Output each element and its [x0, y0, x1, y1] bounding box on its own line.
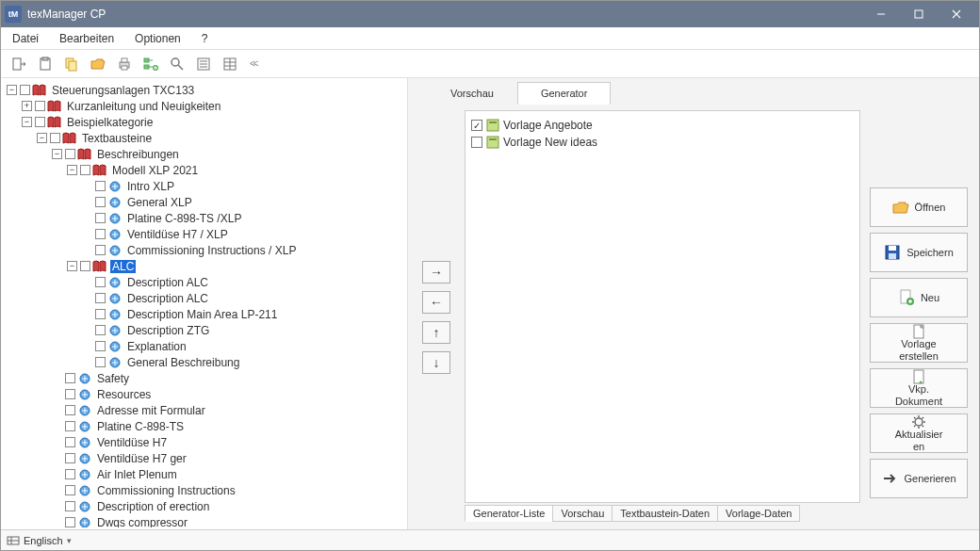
node-checkbox[interactable] [65, 421, 75, 431]
node-checkbox[interactable] [65, 437, 75, 447]
create-template-button[interactable]: Vorlage erstellen [870, 323, 968, 363]
expander-icon[interactable]: − [67, 261, 77, 271]
tree-node[interactable]: Dwgs compressor [7, 514, 401, 527]
node-checkbox[interactable] [95, 277, 106, 287]
node-checkbox[interactable] [65, 453, 75, 463]
tree-node[interactable]: Air Inlet Plenum [7, 466, 401, 482]
node-label[interactable]: Description ALC [125, 292, 210, 305]
node-checkbox[interactable] [95, 309, 106, 319]
node-label[interactable]: Ventildüse H7 ger [95, 452, 188, 465]
expander-icon[interactable]: − [7, 85, 17, 95]
node-checkbox[interactable] [65, 517, 75, 527]
node-label[interactable]: Modell XLP 2021 [110, 164, 200, 177]
item-checkbox[interactable] [471, 137, 482, 148]
refresh-button[interactable]: Aktualisier en [870, 413, 968, 453]
nav-tree[interactable]: −Steuerungsanlagen TXC133+Kurzanleitung … [3, 80, 405, 527]
node-checkbox[interactable] [80, 261, 90, 271]
node-label[interactable]: Safety [95, 372, 131, 385]
generate-button[interactable]: Generieren [870, 459, 968, 498]
node-checkbox[interactable] [65, 485, 75, 495]
node-checkbox[interactable] [95, 341, 106, 351]
node-checkbox[interactable] [50, 133, 60, 143]
node-label[interactable]: Description of erection [95, 500, 211, 513]
tree-node[interactable]: Description Main Area LP-211 [7, 306, 401, 322]
node-label[interactable]: Platine C-898-TS /XLP [125, 212, 243, 225]
node-checkbox[interactable] [95, 325, 106, 335]
node-label[interactable]: Ventildüse H7 / XLP [125, 228, 230, 241]
node-label[interactable]: Resources [95, 388, 153, 401]
menu-bearbeiten[interactable]: Bearbeiten [56, 30, 118, 47]
node-label[interactable]: Commissioning Instructions [95, 484, 237, 497]
node-label[interactable]: Adresse mit Formular [95, 404, 207, 417]
btab-vorschau[interactable]: Vorschau [552, 505, 612, 522]
node-label[interactable]: Ventildüse H7 [95, 436, 169, 449]
tree-node[interactable]: Platine C-898-TS /XLP [7, 210, 401, 226]
node-label[interactable]: Intro XLP [125, 180, 176, 193]
node-label[interactable]: Description Main Area LP-211 [125, 308, 279, 321]
tree-node[interactable]: −Modell XLP 2021 [7, 162, 401, 178]
tree-node[interactable]: Resources [7, 386, 401, 402]
node-label[interactable]: Beispielkategorie [65, 116, 155, 129]
expander-icon[interactable]: − [67, 165, 77, 175]
tree-node[interactable]: Adresse mit Formular [7, 402, 401, 418]
tree-node[interactable]: Description ZTG [7, 322, 401, 338]
tree-node[interactable]: Description ALC [7, 274, 401, 290]
node-label[interactable]: Platine C-898-TS [95, 420, 186, 433]
node-label[interactable]: Description ZTG [125, 324, 211, 337]
node-checkbox[interactable] [95, 213, 106, 223]
tree-node[interactable]: Ventildüse H7 ger [7, 450, 401, 466]
menu-optionen[interactable]: Optionen [131, 30, 185, 47]
minimize-button[interactable] [862, 1, 900, 27]
tree-node[interactable]: General XLP [7, 194, 401, 210]
tree-add-icon[interactable] [140, 54, 161, 74]
tree-node[interactable]: +Kurzanleitung und Neuigkeiten [7, 98, 401, 114]
node-label[interactable]: Commissioning Instructions / XLP [125, 244, 298, 257]
menu-help[interactable]: ? [198, 30, 212, 47]
move-right-button[interactable]: → [422, 261, 450, 284]
open-button[interactable]: Öffnen [870, 187, 968, 227]
tree-node[interactable]: Ventildüse H7 [7, 434, 401, 450]
tree-node[interactable]: Description of erection [7, 498, 401, 514]
node-label[interactable]: General XLP [125, 196, 194, 209]
node-checkbox[interactable] [20, 85, 30, 95]
tree-node[interactable]: Platine C-898-TS [7, 418, 401, 434]
node-checkbox[interactable] [95, 181, 106, 191]
tree-node[interactable]: Commissioning Instructions / XLP [7, 242, 401, 258]
node-label[interactable]: Description ALC [125, 276, 210, 289]
move-left-button[interactable]: ← [422, 291, 450, 314]
tree-node[interactable]: −ALC [7, 258, 401, 274]
node-checkbox[interactable] [35, 117, 45, 127]
toolbar-overflow[interactable]: << [250, 58, 257, 69]
menu-datei[interactable]: Datei [8, 30, 42, 47]
tree-node[interactable]: Explanation [7, 338, 401, 354]
print-icon[interactable] [114, 54, 135, 74]
node-checkbox[interactable] [95, 229, 106, 239]
expander-icon[interactable]: − [37, 133, 47, 143]
btab-vorlage-daten[interactable]: Vorlage-Daten [717, 505, 800, 522]
tree-node[interactable]: General Beschreibung [7, 354, 401, 370]
form-icon[interactable] [193, 54, 214, 74]
btab-textbaustein-daten[interactable]: Textbaustein-Daten [612, 505, 718, 522]
node-checkbox[interactable] [65, 373, 75, 383]
tab-vorschau[interactable]: Vorschau [427, 82, 517, 105]
node-checkbox[interactable] [80, 165, 90, 175]
search-icon[interactable] [167, 54, 188, 74]
node-checkbox[interactable] [95, 293, 106, 303]
node-checkbox[interactable] [65, 389, 75, 399]
language-selector[interactable]: Englisch ▾ [7, 534, 72, 547]
node-label[interactable]: Textbausteine [80, 132, 154, 145]
node-label[interactable]: Kurzanleitung und Neuigkeiten [65, 100, 222, 113]
node-label[interactable]: Explanation [125, 340, 188, 353]
move-up-button[interactable]: ↑ [422, 321, 450, 344]
node-checkbox[interactable] [65, 149, 75, 159]
node-label[interactable]: Steuerungsanlagen TXC133 [50, 84, 196, 97]
node-checkbox[interactable] [95, 357, 106, 367]
copy-icon[interactable] [61, 54, 82, 74]
expander-icon[interactable]: − [22, 117, 32, 127]
tree-node[interactable]: −Steuerungsanlagen TXC133 [7, 82, 401, 98]
node-checkbox[interactable] [65, 405, 75, 415]
export-icon[interactable] [8, 54, 29, 74]
node-label[interactable]: General Beschreibung [125, 356, 241, 369]
node-checkbox[interactable] [95, 197, 106, 207]
generator-item[interactable]: ✓Vorlage Angebote [471, 117, 854, 134]
